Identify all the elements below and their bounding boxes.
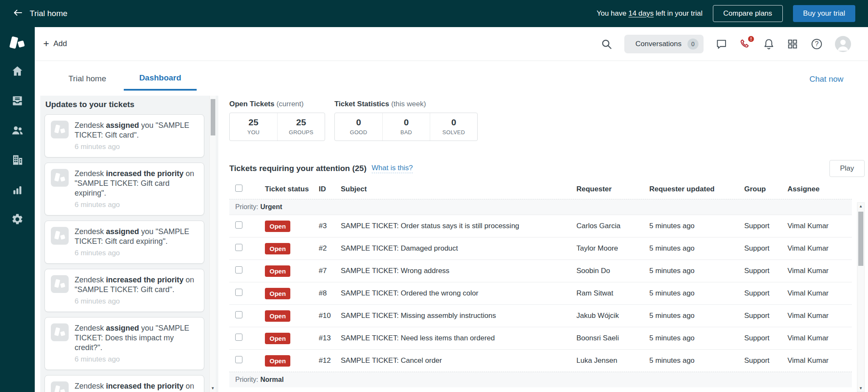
sidebar-item-admin[interactable] (11, 213, 24, 227)
play-button[interactable]: Play (829, 160, 865, 177)
updates-panel: Updates to your tickets Zendesk assigned… (40, 96, 218, 392)
tab-dashboard[interactable]: Dashboard (124, 67, 197, 91)
update-card-timestamp: 6 minutes ago (75, 355, 198, 364)
scroll-down-arrow-icon[interactable]: ▼ (211, 386, 215, 390)
stat-open-you[interactable]: 25 YOU (230, 113, 277, 141)
updates-scrollbar[interactable]: ▼ (209, 96, 216, 392)
update-card[interactable]: Zendesk assigned you "SAMPLE TICKET: Gif… (45, 114, 204, 157)
row-checkbox[interactable] (235, 334, 242, 341)
ticket-updated: 5 minutes ago (649, 244, 743, 253)
conversations-count-badge: 0 (687, 39, 698, 50)
table-scrollbar[interactable]: ▲ ▼ (857, 202, 865, 392)
status-badge: Open (265, 310, 290, 322)
tab-trial-home[interactable]: Trial home (51, 67, 124, 91)
table-row[interactable]: Open #10 SAMPLE TICKET: Missing assembly… (229, 304, 852, 327)
scroll-up-arrow-icon[interactable]: ▲ (859, 204, 863, 208)
update-card-text: Zendesk increased the priority on "SAMPL… (75, 169, 198, 198)
row-checkbox[interactable] (235, 244, 242, 251)
stat-solved[interactable]: 0 SOLVED (430, 113, 477, 141)
table-header-row: Ticket status ID Subject Requester Reque… (229, 179, 852, 199)
update-card-timestamp: 6 minutes ago (75, 249, 198, 257)
ticket-subject: SAMPLE TICKET: Need less items than orde… (341, 334, 576, 342)
update-card[interactable]: Zendesk assigned you "SAMPLE TICKET: Doe… (45, 317, 204, 370)
trial-days-text: You have 14 days left in your trial (597, 9, 703, 18)
notifications-bell-icon[interactable] (763, 38, 775, 50)
update-card-timestamp: 6 minutes ago (75, 201, 198, 209)
row-checkbox[interactable] (235, 266, 242, 273)
apps-grid-icon[interactable] (787, 38, 798, 50)
status-badge: Open (265, 243, 290, 254)
ticket-assignee: Vimal Kumar (787, 289, 852, 298)
stat-bad[interactable]: 0 BAD (382, 113, 430, 141)
ticket-requester: Carlos Garcia (576, 222, 649, 230)
compare-plans-button[interactable]: Compare plans (713, 5, 783, 22)
table-row[interactable]: Open #2 SAMPLE TICKET: Damaged product T… (229, 237, 852, 259)
zendesk-avatar-icon (51, 121, 69, 138)
back-to-trial-home-button[interactable]: Trial home (13, 8, 67, 20)
chat-icon[interactable] (715, 38, 727, 50)
ticket-group: Support (743, 334, 787, 342)
ticket-group: Support (743, 222, 787, 230)
chat-now-link[interactable]: Chat now (810, 75, 843, 84)
user-avatar[interactable] (835, 36, 851, 52)
status-badge: Open (265, 333, 290, 344)
ticket-requester: Soobin Do (576, 267, 649, 275)
update-card[interactable]: Zendesk increased the priority on "SAMPL… (45, 269, 204, 312)
sidebar-item-customers[interactable] (11, 124, 24, 138)
table-row[interactable]: Open #12 SAMPLE TICKET: Cancel order Luk… (229, 349, 852, 372)
plus-icon: + (43, 38, 49, 50)
table-row[interactable]: Open #3 SAMPLE TICKET: Order status says… (229, 215, 852, 237)
update-card[interactable]: Zendesk assigned you "SAMPLE TICKET: Gif… (45, 221, 204, 264)
row-checkbox[interactable] (235, 311, 242, 318)
col-requester: Requester (576, 185, 649, 193)
ticket-requester: Ram Sitwat (576, 289, 649, 298)
sidebar (0, 27, 35, 392)
ticket-group: Support (743, 267, 787, 275)
sidebar-item-reporting[interactable] (11, 184, 24, 197)
status-badge: Open (265, 221, 290, 232)
sidebar-item-home[interactable] (11, 65, 24, 79)
ticket-statistics-title: Ticket Statistics (this week) (334, 100, 478, 108)
row-checkbox[interactable] (235, 356, 242, 363)
ticket-requester: Luka Jensen (576, 356, 649, 365)
ticket-assignee: Vimal Kumar (787, 356, 852, 365)
ticket-updated: 5 minutes ago (649, 267, 743, 275)
ticket-id: #7 (316, 267, 341, 275)
ticket-assignee: Vimal Kumar (787, 267, 852, 275)
ticket-group: Support (743, 312, 787, 320)
row-checkbox[interactable] (235, 221, 242, 229)
what-is-this-link[interactable]: What is this? (372, 164, 413, 173)
buy-your-trial-button[interactable]: Buy your trial (793, 5, 855, 22)
update-card[interactable]: Zendesk increased the priority on "SAMPL… (45, 163, 204, 215)
scrollbar-thumb[interactable] (858, 212, 863, 266)
conversations-button[interactable]: Conversations 0 (624, 35, 704, 53)
update-card-text: Zendesk increased the priority on "SAMPL… (75, 275, 198, 295)
sidebar-item-views[interactable] (11, 95, 24, 108)
search-icon[interactable] (601, 38, 612, 50)
ticket-statistics-stat: Ticket Statistics (this week) 0 GOOD 0 B… (334, 100, 478, 141)
zendesk-avatar-icon (51, 381, 69, 392)
open-tickets-stat: Open Tickets (current) 25 YOU 25 GROUPS (229, 100, 325, 141)
sidebar-item-organizations[interactable] (11, 154, 24, 168)
scrollbar-thumb[interactable] (211, 99, 215, 135)
add-button[interactable]: + Add (43, 39, 67, 50)
ticket-updated: 5 minutes ago (649, 222, 743, 230)
row-checkbox[interactable] (235, 289, 242, 296)
views-inbox-icon (11, 94, 24, 109)
table-row[interactable]: Open #13 SAMPLE TICKET: Need less items … (229, 327, 852, 349)
table-row[interactable]: Open #8 SAMPLE TICKET: Ordered the wrong… (229, 282, 852, 304)
ticket-updated: 5 minutes ago (649, 356, 743, 365)
phone-icon[interactable]: ! (739, 38, 751, 50)
stat-good[interactable]: 0 GOOD (335, 113, 382, 141)
help-icon[interactable]: ? (810, 38, 823, 50)
update-card[interactable]: Zendesk increased the priority on "SAMPL… (45, 375, 204, 392)
table-row[interactable]: Open #7 SAMPLE TICKET: Wrong address Soo… (229, 259, 852, 282)
ticket-subject: SAMPLE TICKET: Ordered the wrong color (341, 289, 576, 298)
ticket-id: #2 (316, 244, 341, 253)
home-icon (11, 65, 24, 79)
ticket-id: #13 (316, 334, 341, 342)
scroll-down-arrow-icon[interactable]: ▼ (859, 386, 863, 390)
ticket-subject: SAMPLE TICKET: Order status says it is s… (341, 222, 576, 230)
stat-open-groups[interactable]: 25 GROUPS (277, 113, 325, 141)
select-all-checkbox[interactable] (235, 185, 242, 192)
